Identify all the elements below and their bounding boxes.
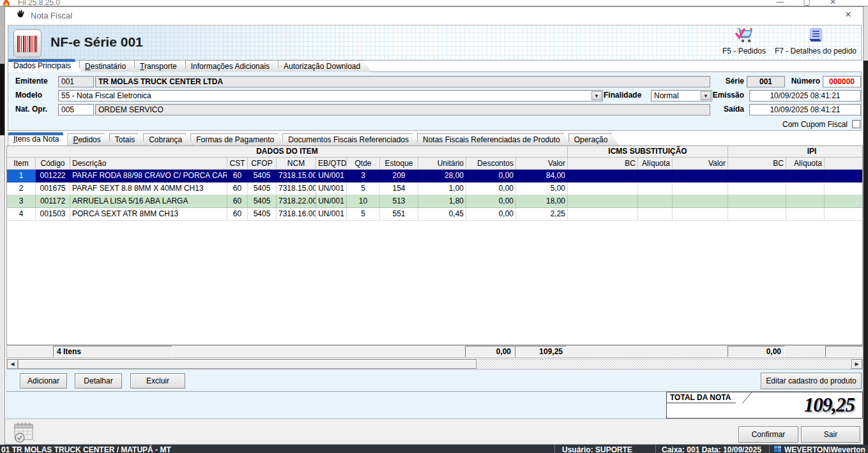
total-da-nota-value: 109,25	[804, 394, 855, 417]
excluir-button[interactable]: Excluir	[130, 373, 185, 389]
tab-notas-fiscais-referenciadas-de-produto[interactable]: Notas Fiscais Referenciadas de Produto	[417, 133, 571, 145]
table-cell: 60	[227, 170, 248, 182]
group-header-1: DADOS DO ITEM	[7, 146, 568, 158]
background-edge	[0, 64, 4, 135]
status-separator	[554, 445, 555, 453]
table-cell: 5405	[248, 208, 277, 221]
background-edge	[864, 6, 868, 61]
column-header[interactable]: Valor	[673, 158, 728, 170]
barcode-icon	[13, 29, 42, 57]
column-header[interactable]: Valor	[516, 158, 568, 170]
tab-transporte[interactable]: Transporte	[134, 60, 188, 72]
total-valor: 109,25	[515, 346, 567, 357]
table-cell: UN/001	[316, 182, 347, 195]
column-header[interactable]: Descrição	[70, 158, 227, 170]
adicionar-button[interactable]: Adicionar	[20, 373, 67, 389]
horizontal-scrollbar[interactable]: ◀ ▶	[6, 359, 863, 369]
column-header[interactable]: CFOP	[248, 158, 277, 170]
table-cell: 209	[380, 170, 418, 182]
table-cell	[568, 170, 638, 182]
table-cell: 001675	[36, 182, 70, 195]
tab-destinat-rio[interactable]: Destinatário	[79, 60, 137, 72]
scrollbar-thumb[interactable]	[18, 359, 476, 369]
background-window-titlebar: Fil 25.8.25.0 —▢✕	[0, 0, 868, 6]
finalidade-select[interactable]: Normal▼	[651, 90, 712, 101]
nat-opr-name-field[interactable]: ORDEM SERVICO	[95, 104, 710, 115]
column-header[interactable]: BC	[568, 158, 638, 170]
group-header-2: ICMS SUBSTITUIÇÃO	[568, 146, 728, 158]
editar-cadastro-button[interactable]: Editar cadastro do produto	[761, 373, 862, 389]
header-banner: NF-e Série 001 F5 - Pedidos F7 - Detalhe…	[8, 25, 862, 61]
total-descontos: 0,00	[465, 346, 515, 357]
column-header[interactable]: Alíquota	[638, 158, 673, 170]
column-header[interactable]: Valor	[825, 158, 863, 170]
table-cell: UN/001	[316, 195, 347, 208]
table-cell: 7318.15.00	[277, 182, 316, 195]
tab-informa-es-adicionais[interactable]: Informações Adicionais	[185, 60, 280, 72]
detalhar-button[interactable]: Detalhar	[75, 373, 122, 389]
scroll-right-icon[interactable]: ▶	[851, 359, 862, 369]
table-row[interactable]: 1001222PARAF RODA 88/98 CRAVO C/ PORCA C…	[7, 170, 863, 182]
background-window-title: Fil 25.8.25.0	[18, 0, 60, 6]
table-cell: UN/001	[316, 170, 347, 182]
column-header[interactable]: Qtde	[347, 158, 380, 170]
table-cell: 2,25	[516, 208, 568, 221]
tab-opera-o[interactable]: Operação	[568, 133, 619, 145]
tab-totais[interactable]: Totais	[109, 133, 146, 145]
scroll-left-icon[interactable]: ◀	[7, 359, 18, 369]
table-cell: ARRUELA LISA 5/16 ABA LARGA	[70, 195, 227, 208]
chevron-down-icon[interactable]: ▼	[701, 91, 711, 100]
emitente-code-field[interactable]: 001	[58, 76, 94, 87]
column-header[interactable]: BC	[728, 158, 786, 170]
modelo-select[interactable]: 55 - Nota Fiscal Eletronica▼	[58, 90, 603, 101]
confirmar-button[interactable]: Confirmar	[738, 426, 798, 443]
table-cell: 7318.15.00	[277, 170, 316, 182]
numero-field[interactable]: 000000	[823, 76, 861, 87]
table-cell: 60	[227, 195, 248, 208]
tab-autoriza-o-download[interactable]: Autorização Download	[278, 60, 371, 72]
tab-cobran-a[interactable]: Cobrança	[143, 133, 193, 145]
emissao-field[interactable]: 10/09/2025 08:41:21	[749, 90, 861, 101]
background-edge	[0, 6, 4, 64]
table-cell	[673, 208, 728, 221]
table-cell	[825, 195, 863, 208]
column-header[interactable]: CST	[227, 158, 248, 170]
table-cell	[728, 170, 786, 182]
close-icon[interactable]: ×	[842, 9, 854, 20]
saida-field[interactable]: 10/09/2025 08:41:21	[749, 104, 861, 115]
tab-dados-principais[interactable]: Dados Principais	[8, 59, 82, 72]
chevron-down-icon[interactable]: ▼	[591, 91, 602, 100]
column-header[interactable]: Descontos	[466, 158, 516, 170]
tab-pedidos[interactable]: Pedidos	[67, 133, 111, 145]
table-row[interactable]: 4001503PORCA SEXT ATR 8MM CH136054057318…	[7, 208, 863, 221]
background-window-controls[interactable]: —▢✕	[777, 0, 855, 6]
cupom-fiscal-label: Com Cupom Fiscal	[772, 119, 848, 130]
items-count: 4 Itens	[53, 346, 172, 357]
cupom-fiscal-checkbox[interactable]	[852, 120, 860, 128]
serie-field[interactable]: 001	[747, 76, 785, 87]
table-cell: 1,80	[418, 195, 466, 208]
tab-itens-da-nota[interactable]: Itens da Nota	[8, 132, 70, 145]
nat-opr-code-field[interactable]: 005	[58, 104, 94, 115]
cart-icon	[735, 28, 754, 43]
table-row[interactable]: 2001675PARAF SEXT 8.8 8MM X 40MM CH13605…	[7, 182, 863, 195]
column-header[interactable]: NCM	[277, 158, 316, 170]
close-icon: ✕	[830, 0, 855, 6]
column-header[interactable]: EB/QTD	[316, 158, 347, 170]
serie-label: Série	[721, 76, 744, 87]
table-row[interactable]: 3001172ARRUELA LISA 5/16 ABA LARGA605405…	[7, 195, 863, 208]
table-cell	[638, 170, 673, 182]
column-header[interactable]: Código	[36, 158, 70, 170]
nat-opr-label: Nat. Opr.	[15, 104, 47, 115]
detalhes-pedido-button[interactable]: F7 - Detalhes do pedido	[773, 28, 858, 56]
tab-documentos-fiscais-referenciados[interactable]: Documentos Fiscais Referenciados	[282, 133, 420, 145]
emitente-name-field[interactable]: TR MOLAS TRUCK CENTER LTDA	[95, 76, 710, 87]
screen: Fil 25.8.25.0 —▢✕ Nota Fiscal × NF-e Sér…	[0, 0, 868, 453]
sair-button[interactable]: Sair	[801, 426, 860, 443]
column-header[interactable]: Alíquota	[786, 158, 825, 170]
column-header[interactable]: Item	[7, 158, 36, 170]
column-header[interactable]: Estoque	[380, 158, 418, 170]
column-header[interactable]: Unitário	[418, 158, 466, 170]
tab-formas-de-pagamento[interactable]: Formas de Pagamento	[190, 133, 285, 145]
hand-icon	[15, 10, 26, 20]
